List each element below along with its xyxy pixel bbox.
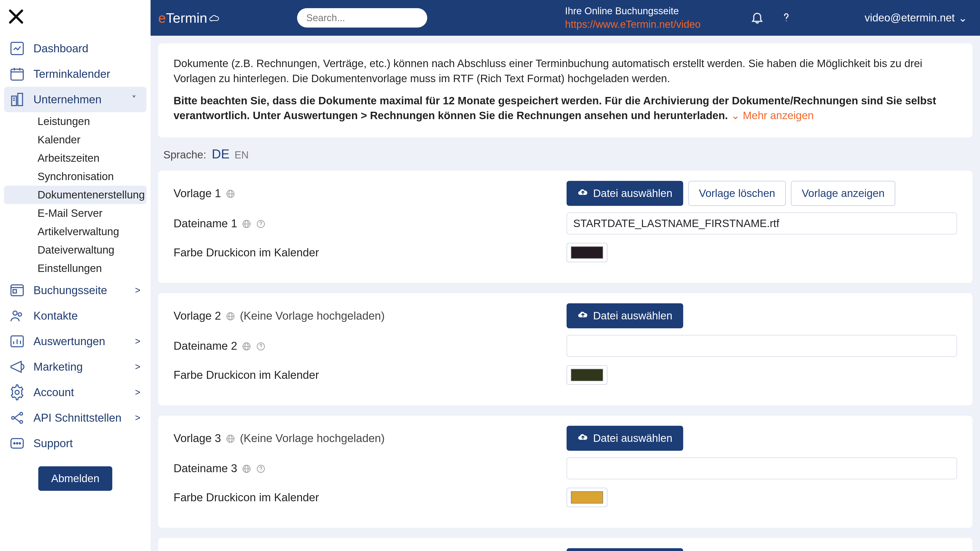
support-icon xyxy=(9,435,25,451)
color-picker[interactable] xyxy=(566,488,608,507)
nav: Dashboard Terminkalender Unternehmen ˅ L… xyxy=(0,36,151,491)
sidebar-item-auswertungen[interactable]: Auswertungen > xyxy=(0,329,151,354)
sidebar: Dashboard Terminkalender Unternehmen ˅ L… xyxy=(0,0,151,551)
content: Dokumente (z.B. Rechnungen, Verträge, et… xyxy=(151,36,980,551)
svg-point-22 xyxy=(20,413,23,415)
sub-item-leistungen[interactable]: Leistungen xyxy=(0,112,151,130)
sub-item-kalender[interactable]: Kalender xyxy=(0,130,151,149)
choose-file-button[interactable]: Datei auswählen xyxy=(566,548,683,551)
sub-item-arbeitszeiten[interactable]: Arbeitszeiten xyxy=(0,149,151,167)
sub-item-dateiverwaltung[interactable]: Dateiverwaltung xyxy=(0,241,151,259)
more-link[interactable]: ⌄ Mehr anzeigen xyxy=(731,110,814,121)
intro-text-2: Bitte beachten Sie, dass die Dokumente m… xyxy=(173,95,936,122)
sidebar-item-api[interactable]: API Schnittstellen > xyxy=(0,405,151,430)
upload-cloud-icon xyxy=(577,309,589,323)
sidebar-item-label: Dashboard xyxy=(33,42,88,55)
sidebar-item-terminkalender[interactable]: Terminkalender xyxy=(0,61,151,87)
upload-cloud-icon xyxy=(577,431,589,445)
globe-icon xyxy=(226,433,235,443)
sub-item-dokumentenerstellung[interactable]: Dokumentenerstellung xyxy=(4,186,146,204)
cloud-icon xyxy=(209,10,221,26)
bell-icon[interactable] xyxy=(750,11,764,25)
intro-card: Dokumente (z.B. Rechnungen, Verträge, et… xyxy=(158,43,972,138)
lang-en[interactable]: EN xyxy=(234,149,249,160)
sidebar-item-label: Marketing xyxy=(33,360,83,373)
sidebar-item-unternehmen[interactable]: Unternehmen ˅ xyxy=(4,87,146,112)
svg-rect-8 xyxy=(18,94,23,106)
close-icon[interactable] xyxy=(7,8,25,25)
svg-point-47 xyxy=(261,348,261,349)
globe-icon xyxy=(226,311,235,321)
lang-de[interactable]: DE xyxy=(212,147,229,161)
svg-line-25 xyxy=(14,418,20,422)
sidebar-item-label: Terminkalender xyxy=(33,68,110,80)
globe-icon xyxy=(242,219,251,228)
main: eTermin Ihre Online Buchungsseite https:… xyxy=(151,0,980,551)
sidebar-item-support[interactable]: Support xyxy=(0,430,151,456)
intro-text-1: Dokumente (z.B. Rechnungen, Verträge, et… xyxy=(173,56,957,86)
chevron-down-icon: ⌄ xyxy=(958,12,967,24)
booking-page-icon xyxy=(9,282,25,299)
sidebar-item-label: Unternehmen xyxy=(33,93,102,106)
logout-button[interactable]: Abmelden xyxy=(38,466,112,491)
choose-file-button[interactable]: Datei auswählen xyxy=(566,303,683,328)
choose-file-button[interactable]: Datei auswählen xyxy=(566,181,683,206)
sidebar-item-marketing[interactable]: Marketing > xyxy=(0,354,151,380)
language-label: Sprache: xyxy=(163,149,206,161)
filename-input[interactable] xyxy=(566,213,957,234)
template-title: Vorlage 1 xyxy=(173,187,566,200)
template-card: Vorlage 1 Datei auswählen Vorlage lösche… xyxy=(158,171,972,283)
color-picker[interactable] xyxy=(566,243,608,262)
template-title: Vorlage 2(Keine Vorlage hochgeladen) xyxy=(173,310,566,322)
user-menu[interactable]: video@etermin.net ⌄ xyxy=(865,12,967,24)
filename-label: Dateiname 1 xyxy=(173,217,566,230)
show-template-button[interactable]: Vorlage anzeigen xyxy=(791,181,895,206)
company-icon xyxy=(9,91,25,108)
help-icon[interactable] xyxy=(780,11,793,25)
filename-input[interactable] xyxy=(566,335,957,357)
svg-point-31 xyxy=(786,21,787,21)
dashboard-icon xyxy=(9,40,25,57)
svg-rect-26 xyxy=(11,438,23,448)
search-input[interactable] xyxy=(297,8,427,27)
sidebar-item-kontakte[interactable]: Kontakte xyxy=(0,303,151,329)
user-email: video@etermin.net xyxy=(865,12,955,24)
color-picker[interactable] xyxy=(566,365,608,385)
booking-url-link[interactable]: https://www.eTermin.net/video xyxy=(565,19,700,30)
sub-item-artikelverwaltung[interactable]: Artikelverwaltung xyxy=(0,222,151,241)
sub-item-synchronisation[interactable]: Synchronisation xyxy=(0,167,151,186)
language-row: Sprache: DE EN xyxy=(158,138,972,171)
delete-template-button[interactable]: Vorlage löschen xyxy=(688,181,786,206)
sub-item-einstellungen[interactable]: Einstellungen xyxy=(0,259,151,278)
svg-point-23 xyxy=(20,421,23,424)
logo: eTermin xyxy=(158,10,221,26)
svg-point-39 xyxy=(261,226,261,226)
sidebar-item-label: Auswertungen xyxy=(33,335,105,348)
sidebar-item-dashboard[interactable]: Dashboard xyxy=(0,36,151,61)
svg-point-28 xyxy=(16,443,18,444)
svg-point-29 xyxy=(19,443,21,444)
question-icon[interactable] xyxy=(256,464,266,473)
template-card: Vorlage 4(Keine Vorlage hochgeladen) Dat… xyxy=(158,538,972,551)
svg-line-24 xyxy=(14,414,20,418)
template-card: Vorlage 2(Keine Vorlage hochgeladen) Dat… xyxy=(158,293,972,405)
svg-rect-3 xyxy=(11,69,23,80)
filename-input[interactable] xyxy=(566,457,957,479)
filename-label: Dateiname 2 xyxy=(173,340,566,352)
upload-cloud-icon xyxy=(577,186,589,200)
topbar: eTermin Ihre Online Buchungsseite https:… xyxy=(151,0,980,36)
svg-point-15 xyxy=(18,313,21,316)
sidebar-item-account[interactable]: Account > xyxy=(0,380,151,405)
question-icon[interactable] xyxy=(256,219,266,228)
sub-item-email-server[interactable]: E-Mail Server xyxy=(0,204,151,222)
sidebar-item-label: Support xyxy=(33,437,73,450)
svg-rect-7 xyxy=(12,96,17,106)
sidebar-item-buchungsseite[interactable]: Buchungsseite > xyxy=(0,278,151,303)
question-icon[interactable] xyxy=(256,341,266,351)
choose-file-button[interactable]: Datei auswählen xyxy=(566,426,683,451)
svg-point-21 xyxy=(12,416,14,419)
reports-icon xyxy=(9,333,25,349)
sidebar-item-label: Buchungsseite xyxy=(33,284,107,297)
sidebar-item-label: API Schnittstellen xyxy=(33,411,121,424)
svg-point-20 xyxy=(15,390,19,394)
